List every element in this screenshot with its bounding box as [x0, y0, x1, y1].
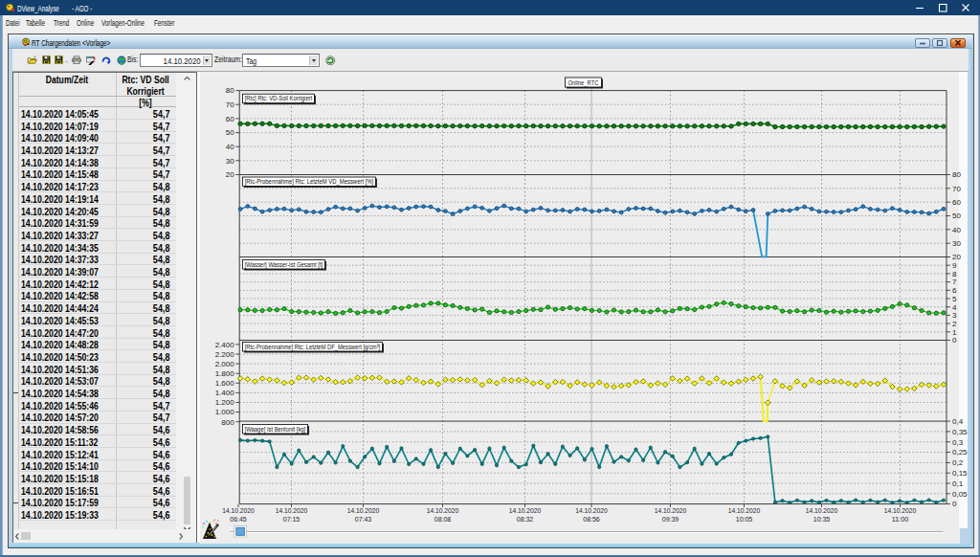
svg-text:[Rtc] Rtc: VD-Soll Korrigiert: [Rtc] Rtc: VD-Soll Korrigiert — [244, 94, 312, 102]
svg-text:08:32: 08:32 — [516, 515, 533, 524]
svg-text:0: 0 — [952, 336, 957, 345]
svg-text:8: 8 — [952, 270, 957, 278]
svg-text:2.200: 2.200 — [214, 350, 234, 359]
svg-text:14.10.2020: 14.10.2020 — [575, 506, 608, 515]
svg-text:14.10.2020: 14.10.2020 — [222, 506, 255, 515]
svg-text:4: 4 — [952, 303, 957, 312]
svg-text:14.10.2020: 14.10.2020 — [727, 506, 760, 515]
svg-text:0,35: 0,35 — [952, 428, 968, 436]
svg-text:14.10.2020: 14.10.2020 — [654, 506, 686, 515]
svg-text:1: 1 — [952, 328, 957, 337]
svg-text:07:15: 07:15 — [282, 515, 300, 524]
svg-text:0,15: 0,15 — [952, 469, 968, 478]
svg-text:2.000: 2.000 — [214, 360, 234, 368]
svg-text:80: 80 — [225, 86, 234, 95]
svg-text:1.000: 1.000 — [214, 408, 234, 416]
svg-text:14.10.2020: 14.10.2020 — [805, 506, 837, 515]
svg-text:800: 800 — [221, 418, 234, 427]
svg-text:06:45: 06:45 — [230, 515, 247, 524]
svg-text:10:05: 10:05 — [735, 515, 752, 524]
svg-text:1.600: 1.600 — [214, 379, 234, 388]
svg-text:7: 7 — [952, 278, 957, 286]
svg-text:1.400: 1.400 — [214, 389, 234, 397]
svg-text:40: 40 — [952, 226, 961, 234]
svg-text:2: 2 — [952, 320, 957, 328]
svg-text:60: 60 — [225, 115, 234, 123]
svg-text:0,1: 0,1 — [952, 479, 964, 488]
svg-text:14.10.2020: 14.10.2020 — [883, 506, 916, 515]
svg-text:1.200: 1.200 — [214, 398, 234, 407]
svg-text:2.400: 2.400 — [214, 341, 234, 349]
svg-text:08:08: 08:08 — [434, 515, 451, 524]
svg-text:09:39: 09:39 — [661, 515, 679, 524]
svg-text:70: 70 — [225, 100, 234, 109]
svg-text:20: 20 — [225, 170, 234, 179]
svg-text:3: 3 — [952, 311, 957, 320]
svg-text:60: 60 — [952, 198, 961, 207]
svg-text:40: 40 — [225, 143, 234, 151]
svg-text:5: 5 — [952, 295, 957, 303]
svg-text:14.10.2020: 14.10.2020 — [508, 506, 541, 515]
svg-text:14.10.2020: 14.10.2020 — [426, 506, 458, 515]
svg-text:0,05: 0,05 — [952, 490, 968, 499]
svg-text:[Waage] Ist Bentonit [kg]: [Waage] Ist Bentonit [kg] — [244, 425, 305, 434]
svg-text:20: 20 — [952, 253, 961, 261]
svg-text:10:35: 10:35 — [813, 515, 830, 524]
svg-text:1.800: 1.800 — [214, 369, 234, 378]
svg-text:Online_RTC: Online_RTC — [568, 78, 598, 87]
svg-text:50: 50 — [225, 128, 234, 137]
svg-text:[Wasser] Wasser-Ist Gesamt [t]: [Wasser] Wasser-Ist Gesamt [t] — [244, 260, 323, 269]
svg-text:30: 30 — [952, 239, 961, 248]
svg-text:9: 9 — [952, 261, 957, 270]
svg-text:50: 50 — [952, 212, 961, 220]
svg-text:70: 70 — [952, 185, 961, 193]
svg-text:0,2: 0,2 — [952, 458, 964, 467]
svg-text:0,3: 0,3 — [952, 438, 964, 447]
svg-text:11:00: 11:00 — [891, 515, 908, 524]
svg-text:80: 80 — [952, 170, 961, 179]
svg-text:[Rtc-Probennahme] Rtc: LetzteM: [Rtc-Probennahme] Rtc: LetzteM DF_Messwe… — [244, 343, 380, 351]
svg-text:08:56: 08:56 — [583, 515, 600, 524]
svg-text:07:43: 07:43 — [354, 515, 371, 524]
svg-text:0: 0 — [952, 500, 957, 508]
svg-text:6: 6 — [952, 286, 957, 295]
svg-text:0,4: 0,4 — [952, 417, 964, 426]
svg-text:30: 30 — [225, 157, 234, 166]
svg-text:14.10.2020: 14.10.2020 — [275, 506, 307, 515]
svg-text:0,25: 0,25 — [952, 448, 968, 457]
svg-text:14.10.2020: 14.10.2020 — [346, 506, 379, 515]
svg-text:[Rtc-Probennahme] Rtc: LetzteM: [Rtc-Probennahme] Rtc: LetzteM VD_Messwe… — [244, 177, 373, 186]
